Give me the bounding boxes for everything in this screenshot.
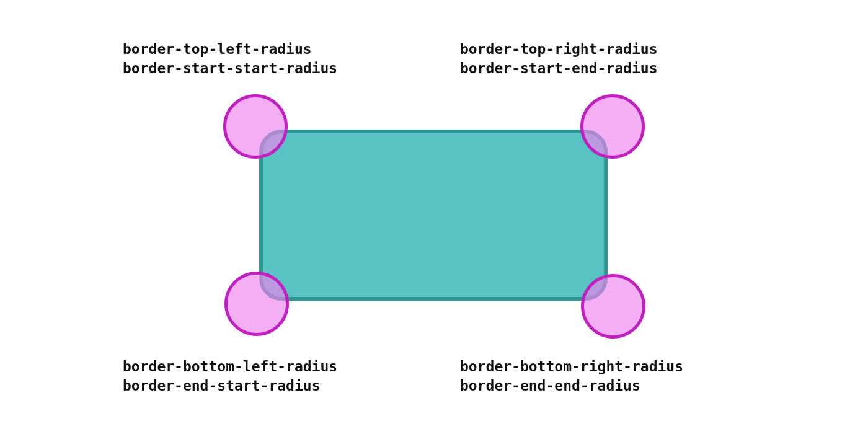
corner-marker-top-right	[580, 94, 645, 159]
rounded-box	[259, 130, 608, 301]
prop-logical: border-start-end-radius	[460, 60, 658, 76]
corner-marker-top-left	[223, 94, 288, 159]
corner-marker-bottom-left	[224, 272, 289, 336]
label-bottom-right: border-bottom-right-radius border-end-en…	[460, 357, 683, 396]
label-top-right: border-top-right-radius border-start-end…	[460, 40, 658, 78]
prop-physical: border-bottom-right-radius	[460, 358, 683, 374]
prop-logical: border-start-start-radius	[123, 60, 337, 76]
border-radius-diagram: border-top-left-radius border-start-star…	[0, 0, 868, 434]
label-bottom-left: border-bottom-left-radius border-end-sta…	[123, 357, 337, 396]
prop-logical: border-end-start-radius	[123, 378, 321, 394]
prop-logical: border-end-end-radius	[460, 378, 640, 394]
prop-physical: border-top-right-radius	[460, 41, 658, 57]
prop-physical: border-bottom-left-radius	[123, 358, 337, 374]
corner-marker-bottom-right	[581, 274, 645, 339]
label-top-left: border-top-left-radius border-start-star…	[123, 40, 337, 78]
prop-physical: border-top-left-radius	[123, 41, 312, 57]
